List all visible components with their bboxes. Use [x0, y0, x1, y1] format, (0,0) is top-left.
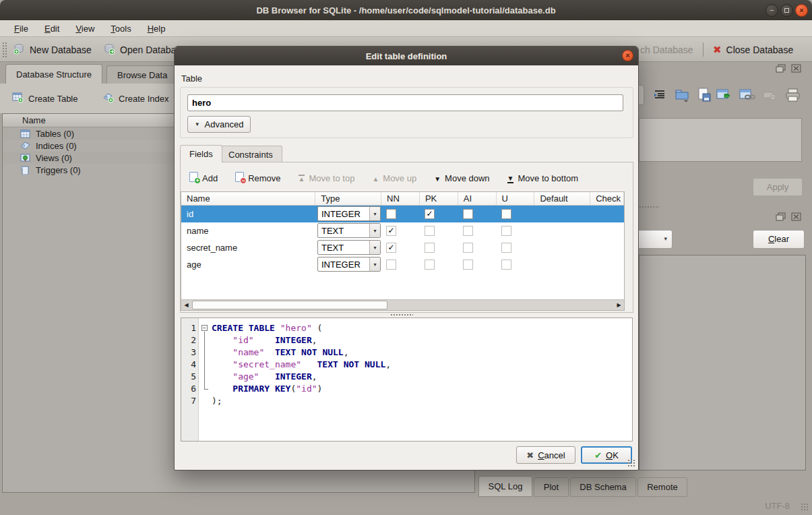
link-icon[interactable]	[739, 86, 756, 104]
dialog-tab-fields[interactable]: Fields	[180, 145, 222, 162]
sql-token: INTEGER	[275, 335, 312, 345]
chevron-down-icon: ▾	[369, 241, 380, 254]
splitter-handle[interactable]	[639, 206, 659, 209]
checkbox-ai[interactable]	[463, 209, 473, 219]
checkbox-u[interactable]	[501, 209, 511, 219]
field-row-secret-name[interactable]: secret_nameTEXT▾✓	[181, 239, 624, 256]
menu-edit[interactable]: Edit	[37, 22, 67, 36]
toolbar-grip[interactable]	[2, 42, 7, 57]
checkbox-ai[interactable]	[463, 226, 473, 236]
window-resize-grip[interactable]	[801, 503, 809, 511]
type-combobox[interactable]: TEXT▾	[317, 240, 381, 255]
save-sql-file-icon[interactable]	[695, 86, 713, 104]
scrollbar-thumb[interactable]	[192, 301, 387, 309]
checkbox-u[interactable]	[501, 260, 511, 270]
edit-cell-box[interactable]	[639, 118, 802, 162]
checkbox-nn[interactable]: ✓	[386, 243, 396, 253]
column-header-u[interactable]: U	[497, 192, 535, 205]
dock-close-icon[interactable]	[791, 212, 802, 222]
print-icon[interactable]	[784, 86, 802, 104]
dock-float-icon[interactable]	[776, 64, 786, 73]
checkbox-nn[interactable]	[386, 209, 396, 219]
checkbox-u[interactable]	[501, 226, 511, 236]
tab-database-structure[interactable]: Database Structure	[5, 64, 102, 84]
tree-item-label: Views (0)	[36, 153, 72, 163]
ok-button[interactable]: ✔ OK	[581, 446, 632, 464]
column-header-type[interactable]: Type	[315, 192, 381, 205]
column-header-name[interactable]: Name	[181, 192, 315, 205]
menu-view[interactable]: View	[68, 22, 102, 36]
type-combobox[interactable]: TEXT▾	[317, 223, 381, 238]
window-close-icon[interactable]: ×	[795, 4, 808, 17]
table-icon	[20, 129, 30, 138]
stop-icon-disabled[interactable]	[761, 86, 779, 104]
sql-log-area[interactable]	[639, 255, 806, 471]
table-group-label: Table	[181, 73, 202, 84]
checkbox-nn[interactable]	[386, 260, 396, 270]
dialog-resize-grip[interactable]	[627, 459, 635, 467]
execute-sql-icon[interactable]	[716, 86, 733, 104]
format-sql-icon[interactable]	[651, 86, 668, 104]
checkbox-pk[interactable]: ✓	[425, 209, 435, 219]
window-maximize-icon[interactable]	[780, 4, 793, 17]
checkbox-nn[interactable]: ✓	[386, 226, 396, 236]
dialog-tab-constraints[interactable]: Constraints	[219, 146, 282, 162]
sql-code: );	[212, 395, 222, 407]
create-index-button[interactable]: Create Index	[102, 89, 168, 108]
tab-plot[interactable]: Plot	[534, 477, 569, 497]
window-minimize-icon[interactable]: −	[766, 4, 778, 17]
field-row-age[interactable]: ageINTEGER▾	[181, 256, 624, 273]
column-header-ai[interactable]: AI	[458, 192, 497, 205]
close-database-button[interactable]: ✖ Close Database	[709, 40, 797, 59]
column-header-pk[interactable]: PK	[420, 192, 458, 205]
menu-help[interactable]: Help	[140, 22, 173, 36]
cancel-button[interactable]: ✖ Cancel	[516, 446, 575, 464]
splitter-handle[interactable]	[390, 313, 413, 317]
new-database-button[interactable]: New Database	[9, 40, 96, 59]
type-combobox[interactable]: INTEGER▾	[317, 257, 381, 272]
dock-close-icon[interactable]	[791, 64, 802, 73]
checkbox-pk[interactable]	[425, 226, 435, 236]
remove-button[interactable]: −Remove	[235, 172, 280, 184]
clear-log-button[interactable]: Clear	[753, 230, 805, 249]
advanced-button[interactable]: ▼ Advanced	[187, 116, 251, 133]
open-sql-file-icon[interactable]	[674, 86, 691, 104]
create-table-button[interactable]: Create Table	[12, 89, 77, 108]
type-value: INTEGER	[321, 207, 361, 221]
scroll-right-icon[interactable]: ▶	[614, 300, 624, 310]
line-number: 3	[181, 346, 196, 359]
apply-button[interactable]: Apply	[753, 178, 803, 196]
add-button[interactable]: +Add	[189, 172, 218, 184]
tab-sql-log[interactable]: SQL Log	[478, 476, 532, 497]
attach-database-button[interactable]: ch Database	[636, 40, 697, 59]
move-down-button[interactable]: ▼Move down	[434, 173, 489, 183]
checkbox-pk[interactable]	[425, 260, 435, 270]
column-header-nn[interactable]: NN	[381, 192, 420, 205]
move-up-button[interactable]: ▲Move up	[372, 173, 416, 183]
fold-marker	[201, 383, 210, 395]
dialog-titlebar[interactable]: Edit table definition	[175, 47, 638, 65]
column-header-default[interactable]: Default	[534, 192, 590, 205]
dialog-close-icon[interactable]: ×	[622, 50, 633, 61]
fold-collapse-icon[interactable]: −	[201, 325, 208, 331]
sql-preview-editor[interactable]: 1−CREATE TABLE "hero" (2 "id" INTEGER,3 …	[181, 317, 633, 442]
menu-file[interactable]: File	[7, 22, 36, 36]
scroll-left-icon[interactable]: ◀	[181, 300, 191, 310]
tab-db-schema[interactable]: DB Schema	[570, 477, 636, 497]
checkbox-pk[interactable]	[425, 243, 435, 253]
type-combobox[interactable]: INTEGER▾	[317, 206, 381, 221]
move-to-top-button[interactable]: ▲Move to top	[299, 173, 355, 183]
menu-tools[interactable]: Tools	[103, 22, 138, 36]
horizontal-scrollbar[interactable]: ◀ ▶	[181, 299, 624, 310]
checkbox-ai[interactable]	[463, 243, 473, 253]
dock-float-icon[interactable]	[776, 212, 786, 222]
move-to-bottom-button[interactable]: ▼Move to bottom	[507, 173, 579, 183]
tab-remote[interactable]: Remote	[637, 477, 687, 497]
field-row-name[interactable]: nameTEXT▾✓	[181, 222, 624, 239]
field-row-id[interactable]: idINTEGER▾✓	[181, 206, 624, 222]
tab-browse-data[interactable]: Browse Data	[106, 65, 178, 84]
column-header-check[interactable]: Check	[590, 192, 624, 205]
table-name-input[interactable]	[187, 94, 623, 111]
checkbox-u[interactable]	[501, 243, 511, 253]
checkbox-ai[interactable]	[463, 260, 473, 270]
